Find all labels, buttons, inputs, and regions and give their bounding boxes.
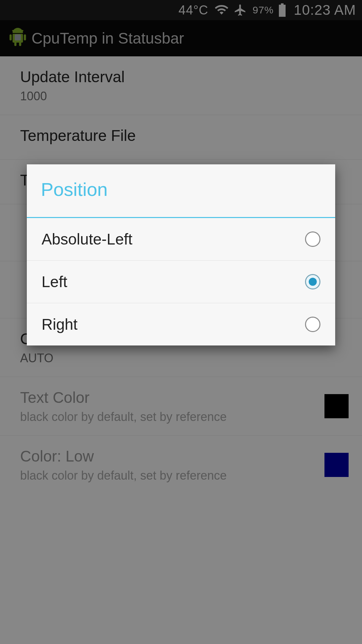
dialog-header: Position [27, 164, 335, 218]
position-dialog: Position Absolute-Left Left Right [27, 164, 335, 345]
option-label: Right [42, 315, 77, 333]
radio-icon [305, 274, 320, 289]
option-right[interactable]: Right [27, 303, 335, 345]
option-left[interactable]: Left [27, 261, 335, 303]
radio-icon [305, 317, 320, 332]
dialog-scrim[interactable]: Position Absolute-Left Left Right [0, 0, 362, 644]
radio-icon [305, 231, 320, 247]
option-label: Left [42, 273, 67, 291]
option-absolute-left[interactable]: Absolute-Left [27, 218, 335, 261]
dialog-title: Position [41, 178, 321, 200]
option-label: Absolute-Left [42, 230, 132, 248]
